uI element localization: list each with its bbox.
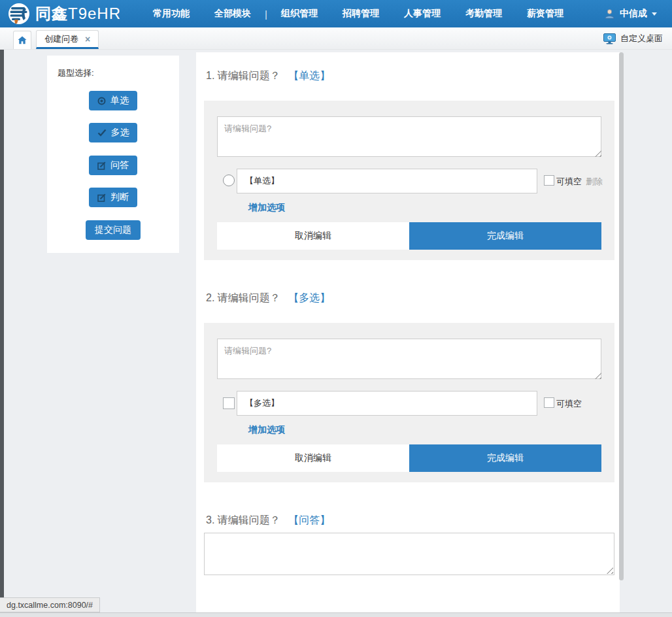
question-2-edit-panel: 可填空 增加选项 取消编辑 完成编辑: [204, 323, 614, 482]
menu-attendance[interactable]: 考勤管理: [453, 8, 514, 20]
status-bar-url: dg.txcallme.com:8090/#: [0, 597, 100, 612]
customize-desktop-button[interactable]: 自定义桌面: [603, 33, 663, 44]
question-3-header: 3. 请编辑问题？ 【问答】: [206, 514, 330, 527]
question-3-answer-textarea[interactable]: [204, 533, 614, 575]
customize-desktop-label: 自定义桌面: [620, 33, 663, 44]
submit-question-button[interactable]: 提交问题: [86, 220, 141, 240]
question-number: 3.: [206, 514, 214, 525]
check-icon: [97, 129, 107, 137]
option-1-input[interactable]: [237, 391, 537, 416]
add-option-link[interactable]: 增加选项: [248, 424, 285, 436]
option-1-input[interactable]: [237, 169, 537, 193]
menu-organization[interactable]: 组织管理: [269, 8, 330, 20]
option-radio[interactable]: [223, 175, 235, 186]
question-type-panel: 题型选择: 单选 多选 问答: [47, 56, 179, 253]
edit-actions: 取消编辑 完成编辑: [217, 444, 601, 472]
question-2-text-input[interactable]: [217, 339, 601, 379]
collapsed-side-strip: [0, 50, 4, 612]
multi-choice-button[interactable]: 多选: [89, 123, 137, 142]
multi-choice-label: 多选: [111, 127, 129, 139]
tab-home[interactable]: [13, 31, 31, 49]
edit-actions: 取消编辑 完成编辑: [217, 222, 601, 250]
radio-icon: [97, 97, 106, 105]
finish-edit-button[interactable]: 完成编辑: [409, 444, 601, 472]
question-number: 1.: [206, 70, 214, 81]
monitor-gear-icon: [603, 33, 616, 44]
option-checkbox[interactable]: [223, 397, 235, 409]
fillable-label: 可填空: [556, 398, 582, 410]
tab-bar: 创建问卷 × 自定义桌面: [0, 27, 672, 50]
question-title: 请编辑问题？: [218, 514, 280, 525]
tab-label: 创建问卷: [44, 33, 78, 45]
menu-personnel[interactable]: 人事管理: [392, 8, 453, 20]
question-1-edit-panel: 可填空 删除 增加选项 取消编辑 完成编辑: [204, 101, 614, 260]
submit-question-label: 提交问题: [95, 224, 131, 236]
judgement-button[interactable]: 判断: [89, 188, 137, 207]
question-number: 2.: [206, 292, 214, 303]
fillable-checkbox[interactable]: [544, 397, 554, 408]
question-type-tag[interactable]: 【多选】: [288, 292, 330, 303]
content-area: 题型选择: 单选 多选 问答: [0, 50, 672, 617]
qa-label: 问答: [110, 159, 129, 171]
menu-all-modules[interactable]: 全部模块: [202, 8, 263, 20]
tab-close-icon[interactable]: ×: [85, 35, 90, 44]
skin-menu[interactable]: 皮肤: [668, 8, 672, 20]
question-1-header: 1. 请编辑问题？ 【单选】: [206, 69, 330, 83]
fillable-label: 可填空: [556, 176, 582, 188]
question-type-tag[interactable]: 【问答】: [288, 514, 330, 525]
menu-payroll[interactable]: 薪资管理: [514, 8, 576, 20]
user-avatar-icon: [604, 8, 615, 19]
question-title: 请编辑问题？: [218, 292, 280, 303]
menu-divider: |: [263, 8, 269, 20]
topbar-right-cluster: 中信成 皮肤 语言: [593, 8, 672, 20]
top-navigation-bar: 同鑫T9eHR 常用功能 全部模块 | 组织管理 招聘管理 人事管理 考勤管理 …: [0, 0, 672, 27]
question-2-header: 2. 请编辑问题？ 【多选】: [206, 292, 330, 305]
home-icon: [18, 36, 27, 44]
cancel-edit-button[interactable]: 取消编辑: [217, 222, 409, 250]
user-menu[interactable]: 中信成: [593, 8, 668, 20]
finish-edit-button[interactable]: 完成编辑: [409, 222, 601, 250]
edit-icon: [97, 161, 106, 170]
question-type-tag[interactable]: 【单选】: [288, 70, 330, 81]
add-option-link[interactable]: 增加选项: [248, 202, 285, 214]
brand-light: T9eHR: [68, 5, 121, 22]
bottom-edge-strip: [0, 612, 672, 617]
top-menu: 常用功能 全部模块 | 组织管理 招聘管理 人事管理 考勤管理 薪资管理: [141, 8, 576, 20]
menu-recruitment[interactable]: 招聘管理: [330, 8, 392, 20]
fillable-checkbox[interactable]: [544, 175, 554, 186]
tab-create-questionnaire[interactable]: 创建问卷 ×: [36, 30, 99, 49]
qa-button[interactable]: 问答: [89, 156, 137, 175]
single-choice-button[interactable]: 单选: [89, 91, 137, 110]
vertical-scrollbar[interactable]: [619, 52, 624, 580]
menu-common-functions[interactable]: 常用功能: [141, 8, 202, 20]
question-type-title: 题型选择:: [58, 67, 94, 79]
app-window: 同鑫T9eHR 常用功能 全部模块 | 组织管理 招聘管理 人事管理 考勤管理 …: [0, 0, 672, 617]
question-1-text-input[interactable]: [217, 116, 601, 157]
company-logo-icon: [8, 3, 30, 25]
judgement-label: 判断: [110, 192, 129, 203]
chevron-down-icon: [652, 12, 657, 16]
user-name: 中信成: [620, 8, 647, 20]
question-title: 请编辑问题？: [218, 70, 280, 81]
questionnaire-editor: 1. 请编辑问题？ 【单选】 可填空 删除 增加选项 取消编辑 完成编辑: [196, 52, 620, 612]
delete-option-link[interactable]: 删除: [586, 176, 603, 188]
cancel-edit-button[interactable]: 取消编辑: [217, 444, 409, 472]
single-choice-label: 单选: [110, 95, 129, 107]
brand-title: 同鑫T9eHR: [35, 3, 121, 24]
brand-bold: 同鑫: [35, 5, 68, 22]
edit-icon: [97, 193, 106, 202]
